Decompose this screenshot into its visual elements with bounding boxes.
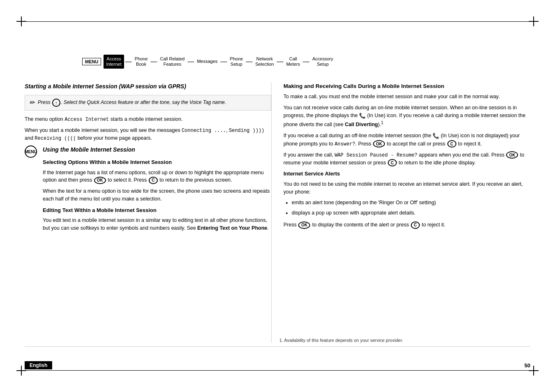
footer-area: English 50 — [25, 361, 530, 369]
right-title-2: Internet Service Alerts — [283, 170, 530, 178]
bottom-rule — [25, 370, 530, 371]
nav-item-messages[interactable]: Messages — [195, 59, 219, 64]
ok-button-icon: OK — [94, 177, 106, 184]
entering-text-link: Entering Text on Your Phone — [197, 225, 267, 231]
c-button-icon-3: C — [388, 159, 397, 166]
alerts-bullet-list: emits an alert tone (depending on the 'R… — [283, 199, 530, 217]
c-button-icon-2: C — [447, 140, 456, 148]
nav-item-call-related[interactable]: Call RelatedFeatures — [159, 56, 187, 67]
nav-arrow-1: — — [125, 58, 132, 65]
footer-language: English — [25, 361, 52, 369]
ok-button-icon-3: OK — [506, 151, 518, 159]
note-box: ✏ Press ↑. Select the Quick Access featu… — [25, 95, 271, 111]
nav-item-phone-setup[interactable]: PhoneSetup — [228, 56, 245, 67]
c-button-icon-1: C — [149, 177, 158, 184]
nav-items: AccessInternet — PhoneBook — Call Relate… — [104, 55, 335, 69]
in-use-icon-1: 📞 — [359, 112, 366, 120]
left-subtitle-1: Selecting Options Within a Mobile Intern… — [43, 158, 271, 166]
nav-item-access-internet[interactable]: AccessInternet — [104, 55, 124, 69]
left-title-1: Starting a Mobile Internet Session (WAP … — [25, 82, 271, 91]
menu-label: MENU — [82, 58, 101, 65]
left-column: Starting a Mobile Internet Session (WAP … — [25, 82, 271, 343]
right-para-5: You do not need to be using the mobile i… — [283, 180, 530, 196]
footnote-area: 1. Availability of this feature depends … — [279, 335, 530, 343]
right-para-6: Press OK to display the contents of the … — [283, 221, 530, 229]
nav-item-phone-book[interactable]: PhoneBook — [133, 56, 150, 67]
left-para-3: If the Internet page has a list of menu … — [43, 169, 271, 184]
up-arrow-icon: ↑ — [52, 99, 60, 107]
nav-arrow-5: — — [246, 58, 252, 65]
top-rule — [25, 21, 530, 22]
nav-item-accessory-setup[interactable]: AccessorySetup — [311, 56, 335, 67]
left-para-4: When the text for a menu option is too w… — [43, 187, 271, 203]
footer-rule — [25, 346, 530, 347]
ok-button-icon-2: OK — [373, 140, 385, 148]
left-para-2: When you start a mobile internet session… — [25, 127, 271, 142]
footer-page-number: 50 — [525, 362, 530, 369]
right-para-1: To make a call, you must end the mobile … — [283, 93, 530, 101]
bullet-item-2: displays a pop up screen with appropriat… — [292, 209, 530, 217]
right-para-4: If you answer the call, WAP Session Paus… — [283, 151, 530, 167]
nav-arrow-7: — — [303, 58, 309, 65]
right-title-1: Making and Receiving Calls During a Mobi… — [283, 82, 530, 90]
note-text: Press ↑. Select the Quick Access feature… — [38, 99, 226, 107]
footnote-ref-1: 1 — [381, 120, 384, 125]
footnote-text: 1. Availability of this feature depends … — [279, 338, 403, 343]
navigation-breadcrumb: MENU AccessInternet — PhoneBook — Call R… — [82, 49, 530, 74]
main-content: Starting a Mobile Internet Session (WAP … — [25, 82, 530, 343]
left-para-5: You edit text in a mobile internet sessi… — [43, 217, 271, 232]
nav-arrow-4: — — [221, 58, 227, 65]
left-subtitle-2: Editing Text Within a Mobile Internet Se… — [43, 206, 271, 214]
pencil-icon: ✏ — [29, 99, 35, 106]
nav-item-call-meters[interactable]: CallMeters — [285, 56, 302, 67]
ok-button-icon-4: OK — [298, 221, 310, 229]
nav-arrow-3: — — [187, 58, 194, 65]
c-button-icon-4: C — [411, 221, 420, 229]
menu-section: MENU Using the Mobile Internet Session S… — [25, 145, 271, 235]
left-para-1: The menu option Access Internet starts a… — [25, 115, 271, 123]
nav-arrow-6: — — [277, 58, 283, 65]
nav-arrow-2: — — [151, 58, 157, 65]
right-para-3: If you receive a call during an off-line… — [283, 132, 530, 148]
menu-section-content: Using the Mobile Internet Session Select… — [43, 145, 271, 235]
menu-circle-icon: MENU — [25, 145, 37, 158]
in-use-icon-2: 📞 — [433, 132, 439, 140]
call-diverting-link: Call Diverting — [345, 122, 378, 127]
right-column: Making and Receiving Calls During a Mobi… — [283, 82, 530, 343]
left-title-2: Using the Mobile Internet Session — [43, 145, 271, 154]
right-para-2: You can not receive voice calls during a… — [283, 104, 530, 129]
bullet-item-1: emits an alert tone (depending on the 'R… — [292, 199, 530, 207]
nav-item-network-selection[interactable]: NetworkSelection — [253, 56, 275, 67]
